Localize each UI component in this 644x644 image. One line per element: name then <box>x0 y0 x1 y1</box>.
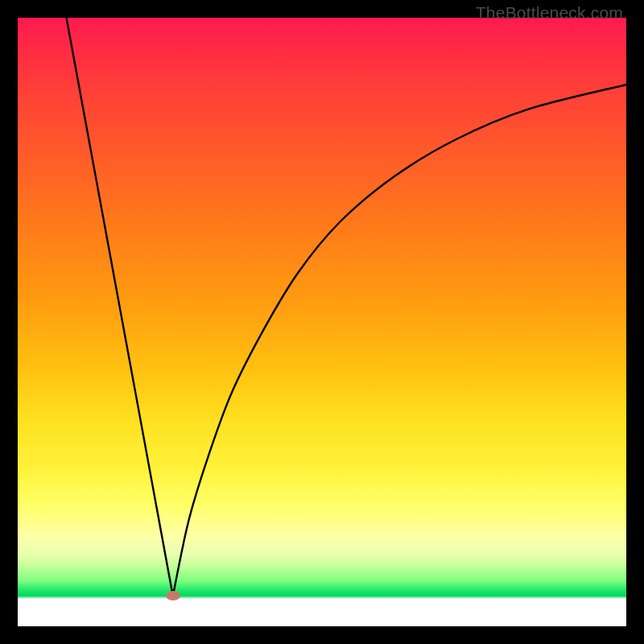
chart-frame: TheBottleneck.com <box>0 0 644 644</box>
curve-left <box>66 18 172 596</box>
curve-right <box>173 85 626 596</box>
watermark-text: TheBottleneck.com <box>476 3 623 23</box>
minimum-marker <box>166 591 180 601</box>
chart-curve-svg <box>18 18 626 626</box>
